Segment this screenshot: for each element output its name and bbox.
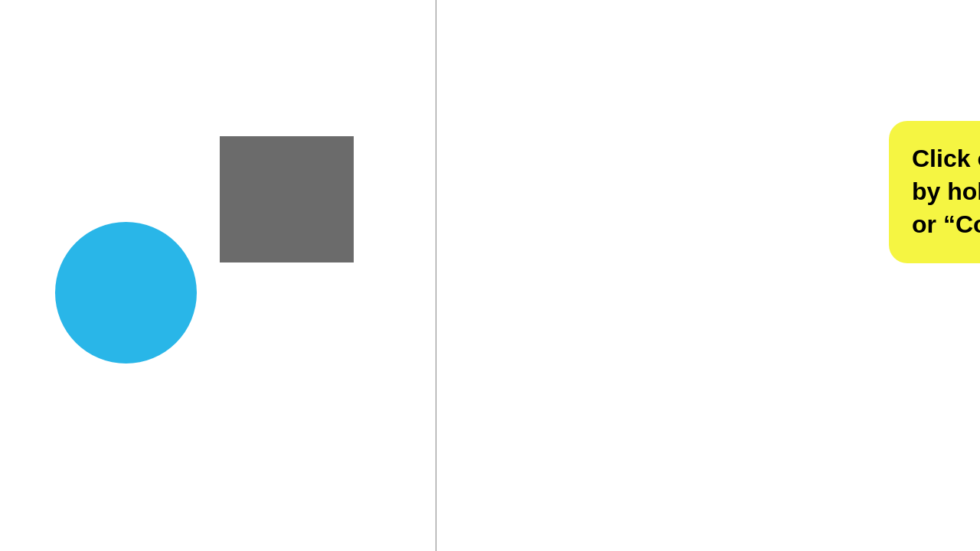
tooltip-bubble: Click on the layers by holding the “Ctrl… <box>889 121 980 263</box>
tooltip-line2: by holding the “Ctrl” <box>912 178 980 205</box>
blue-circle-shape <box>55 222 197 364</box>
canvas-right: Click on the layers by holding the “Ctrl… <box>437 0 980 551</box>
gray-rectangle-shape <box>220 136 354 262</box>
tooltip-line3: or “Command” key <box>912 210 980 238</box>
tooltip-line1: Click on the layers <box>912 145 980 172</box>
canvas-left <box>0 0 436 551</box>
